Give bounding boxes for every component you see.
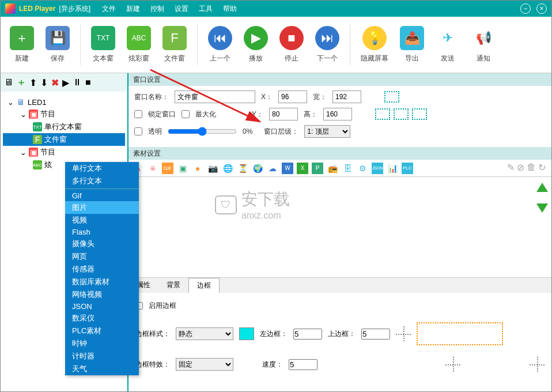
ctx-clock[interactable]: 时钟 — [65, 337, 139, 350]
max-checkbox[interactable] — [182, 110, 190, 118]
pause-small-icon[interactable]: ⏸ — [73, 77, 82, 88]
top-border-input[interactable] — [361, 329, 390, 340]
tab-border[interactable]: 边框 — [188, 278, 220, 293]
ctx-weather[interactable]: 天气 — [65, 363, 139, 375]
border-effect-select[interactable]: 固定 — [176, 358, 233, 371]
trans-checkbox[interactable] — [134, 127, 142, 135]
tool-new[interactable]: ＋新建 — [6, 24, 37, 66]
word-icon[interactable]: W — [282, 163, 293, 174]
ctx-web[interactable]: 网页 — [65, 250, 139, 263]
tool-export[interactable]: 📤导出 — [396, 24, 428, 66]
tree-program2[interactable]: ⌄▣节目 — [3, 146, 125, 159]
menu-settings[interactable]: 设置 — [175, 4, 188, 14]
camera-icon[interactable]: 📷 — [207, 163, 218, 174]
color-swatch[interactable] — [239, 327, 254, 340]
tool-save[interactable]: 💾保存 — [42, 24, 73, 66]
excel-icon[interactable]: X — [297, 163, 308, 174]
cloud-icon[interactable]: ☁ — [267, 163, 278, 174]
json-icon[interactable]: JSON — [372, 163, 383, 174]
web-icon[interactable]: 🌐 — [222, 163, 233, 174]
lines-icon[interactable]: ≡ — [147, 163, 158, 174]
video-icon[interactable]: ● — [192, 163, 203, 174]
refresh-icon[interactable]: ↻ — [538, 162, 546, 173]
ctx-netvideo[interactable]: 网络视频 — [65, 288, 139, 301]
hourglass-icon[interactable]: ⏳ — [237, 163, 248, 174]
ctx-timer[interactable]: 计时器 — [65, 350, 139, 363]
db-icon[interactable]: 🗄 — [342, 163, 353, 174]
cancel-icon[interactable]: ⊘ — [517, 162, 524, 173]
ctx-sensor[interactable]: 传感器 — [65, 263, 139, 276]
handle-icon[interactable] — [445, 357, 460, 372]
ppt-icon[interactable]: P — [312, 163, 323, 174]
ctx-video[interactable]: 视频 — [65, 214, 139, 227]
ctx-multi-text[interactable]: 多行文本 — [65, 175, 139, 187]
network-icon[interactable]: ⚙ — [357, 163, 368, 174]
trash-icon[interactable]: 🗑 — [527, 162, 536, 173]
gif-icon[interactable]: GIF — [162, 163, 173, 174]
tree-item-file[interactable]: F文件窗 — [3, 133, 125, 146]
gather-icon[interactable]: 📊 — [387, 163, 398, 174]
play-small-icon[interactable]: ▶ — [62, 77, 69, 88]
stop-small-icon[interactable]: ■ — [85, 77, 91, 88]
trans-slider[interactable] — [168, 127, 237, 136]
ctx-single-text[interactable]: 单行文本 — [65, 162, 139, 175]
height-input[interactable] — [323, 108, 352, 120]
menu-file[interactable]: 文件 — [102, 4, 116, 14]
menu-help[interactable]: 帮助 — [223, 4, 237, 14]
marker-icon[interactable] — [412, 108, 427, 120]
window-name-input[interactable] — [175, 91, 255, 103]
handle-icon[interactable] — [396, 326, 411, 341]
tool-color[interactable]: ABC炫彩窗 — [123, 24, 154, 66]
handle-icon[interactable] — [530, 357, 545, 372]
sensor-icon[interactable]: 📻 — [327, 163, 338, 174]
add-icon[interactable]: ＋ — [17, 77, 26, 89]
width-input[interactable] — [332, 91, 361, 103]
tool-file[interactable]: F文件窗 — [159, 24, 190, 66]
tree-program1[interactable]: ⌄▣节目 — [3, 108, 125, 120]
tool-send[interactable]: ✈发送 — [432, 24, 463, 66]
globe-icon[interactable]: 🌍 — [252, 163, 263, 174]
ctx-camera[interactable]: 摄像头 — [65, 238, 139, 250]
ctx-plc[interactable]: PLC素材 — [65, 325, 139, 337]
down-icon[interactable]: ⬇ — [40, 77, 48, 88]
ctx-db[interactable]: 数据库素材 — [65, 276, 139, 288]
ctx-image[interactable]: 图片 — [65, 201, 139, 214]
delete-icon[interactable]: ✖ — [51, 77, 59, 88]
tool-text[interactable]: TXT文本窗 — [88, 24, 119, 66]
plc-icon[interactable]: PLC — [402, 163, 413, 174]
menu-new[interactable]: 新建 — [126, 4, 140, 14]
ctx-flash[interactable]: Flash — [65, 227, 139, 238]
menu-tools[interactable]: 工具 — [199, 4, 213, 14]
level-select[interactable]: 1: 顶层 — [304, 125, 350, 138]
tool-play[interactable]: ▶播放 — [240, 24, 271, 66]
ctx-gif[interactable]: Gif — [65, 190, 139, 201]
ctx-json[interactable]: JSON — [65, 301, 139, 312]
tree-root[interactable]: ⌄🖥LED1 — [3, 96, 125, 108]
tool-hide[interactable]: 💡隐藏屏幕 — [357, 24, 392, 66]
speed-input[interactable] — [289, 359, 317, 370]
x-input[interactable] — [278, 91, 307, 103]
lock-checkbox[interactable] — [134, 110, 142, 118]
tool-prev[interactable]: ⏮上一个 — [205, 24, 236, 66]
move-down-button[interactable] — [536, 203, 548, 213]
marker-icon[interactable] — [394, 108, 409, 120]
close-button[interactable]: × — [536, 3, 547, 14]
up-icon[interactable]: ⬆ — [29, 77, 37, 88]
y-input[interactable] — [269, 108, 298, 120]
marker-icon[interactable] — [384, 91, 399, 103]
left-border-input[interactable] — [293, 329, 322, 340]
edit-icon[interactable]: ✎ — [507, 162, 515, 173]
tab-bg[interactable]: 背景 — [158, 278, 188, 293]
tool-next[interactable]: ⏭下一个 — [312, 24, 343, 66]
border-style-select[interactable]: 静态 — [176, 327, 233, 340]
ctx-gather[interactable]: 数采仪 — [65, 312, 139, 325]
tool-notify[interactable]: 📢通知 — [468, 24, 499, 66]
tree-item-text[interactable]: TXT单行文本窗 — [3, 120, 125, 133]
minimize-button[interactable]: − — [520, 3, 531, 14]
marker-icon[interactable] — [375, 108, 390, 120]
screen-icon[interactable]: 🖥 — [4, 77, 13, 88]
image-icon[interactable]: ▣ — [177, 163, 188, 174]
menu-control[interactable]: 控制 — [150, 4, 164, 14]
move-up-button[interactable] — [536, 183, 548, 192]
tool-stop[interactable]: ■停止 — [276, 24, 307, 66]
